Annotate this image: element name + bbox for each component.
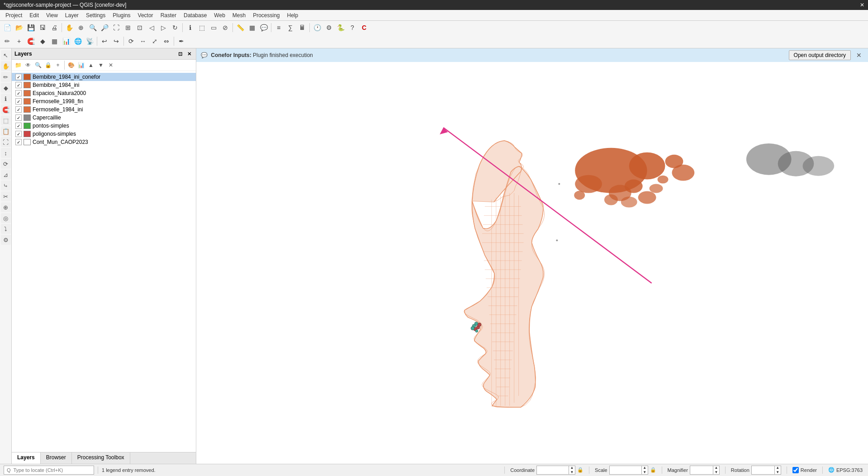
open-attr-btn[interactable]: ≡ [273,22,284,33]
pan-btn[interactable]: ✋ [64,22,75,33]
add-layer-btn[interactable]: + [14,36,24,47]
menu-item-web[interactable]: Web [210,11,228,19]
bottom-tab-layers[interactable]: Layers [12,452,41,464]
layer-checkbox-l7[interactable]: ✓ [15,123,22,129]
coord-up-arrow[interactable]: ▲ [569,466,575,470]
mag-up-arrow[interactable]: ▲ [713,466,719,470]
add-wfs-btn[interactable]: 📡 [84,36,95,47]
scale-value[interactable]: 1:3887924 [610,466,641,474]
layer-item-l9[interactable]: ✓Cont_Mun_CAOP2023 [12,138,196,146]
bottom-tab-browser[interactable]: Browser [41,452,72,464]
coordinate-value[interactable]: 430340 481118 [537,466,569,474]
node-btn[interactable]: ◆ [37,36,48,47]
scale-btn[interactable]: ⤢ [149,36,160,47]
layer-checkbox-l4[interactable]: ✓ [15,98,22,105]
epsg-value[interactable]: EPSG:3763 [836,467,863,473]
measure-area-btn[interactable]: ▦ [247,22,257,33]
form-btn[interactable]: 📋 [1,126,11,136]
zoom-out-btn[interactable]: 🔎 [99,22,110,33]
zoom-last-btn[interactable]: ◁ [146,22,157,33]
menu-item-vector[interactable]: Vector [134,11,157,19]
map-canvas[interactable] [196,62,868,464]
python-btn[interactable]: 🐍 [335,22,346,33]
add-visibility-btn[interactable]: + [53,61,62,70]
scale-up-arrow[interactable]: ▲ [641,466,648,470]
coord-down-arrow[interactable]: ▼ [569,470,575,475]
layer-checkbox-l2[interactable]: ✓ [15,82,22,88]
layer-item-l3[interactable]: ✓Espacios_Natura2000 [12,89,196,97]
pan-map-btn[interactable]: ✋ [1,61,11,71]
measure-btn[interactable]: 📏 [235,22,246,33]
close-notification-button[interactable]: ✕ [854,51,863,60]
snap-features-btn[interactable]: 🧲 [1,105,11,114]
rotate-label-btn[interactable]: ⟳ [1,159,11,169]
layer-item-l6[interactable]: ✓Capercaillie [12,114,196,122]
edit-node-btn[interactable]: ◆ [1,83,11,93]
zoom-in-btn[interactable]: 🔍 [87,22,98,33]
new-project-btn[interactable]: 📄 [2,22,13,33]
move-down-btn[interactable]: ▼ [96,61,105,70]
mag-down-arrow[interactable]: ▼ [713,470,719,475]
zoom-layer-btn[interactable]: ⊞ [123,22,133,33]
rotate-btn[interactable]: ⟳ [126,36,137,47]
zoom-selection-btn[interactable]: ⛶ [1,137,11,147]
stat-summary-btn[interactable]: ∑ [285,22,296,33]
pan-to-btn[interactable]: ⊕ [76,22,86,33]
snap-btn[interactable]: 🧲 [25,36,36,47]
menu-item-mesh[interactable]: Mesh [229,11,249,19]
undo-btn[interactable]: ↩ [99,36,110,47]
rot-down-arrow[interactable]: ▼ [774,470,781,475]
offset-curve-btn[interactable]: ⤷ [1,181,11,190]
menu-item-settings[interactable]: Settings [82,11,109,19]
menu-item-database[interactable]: Database [180,11,210,19]
zoom-sel-btn[interactable]: ⊡ [134,22,145,33]
zoom-next-btn[interactable]: ▷ [158,22,169,33]
identify-feature-btn[interactable]: ℹ [1,94,11,104]
plugins-btn[interactable]: ⚙ [323,22,334,33]
digitize-btn[interactable]: ✏ [2,36,13,47]
epsg-seg[interactable]: 🌐 EPSG:3763 [826,467,864,473]
scale-spinbox[interactable]: 1:3887924 ▲ ▼ [609,466,648,475]
split-btn[interactable]: ✂ [1,191,11,201]
remove-layer-btn[interactable]: ✕ [106,61,115,70]
menu-item-processing[interactable]: Processing [249,11,283,19]
map-area[interactable]: 💬 Conefor Inputs: Plugin finished execut… [196,48,868,464]
menu-item-help[interactable]: Help [284,11,302,19]
add-wms-btn[interactable]: 🌐 [72,36,83,47]
magnifier-value[interactable]: 100% [690,466,713,474]
print-btn[interactable]: 🖨 [49,22,60,33]
coordinate-spinbox[interactable]: 430340 481118 ▲ ▼ [536,466,575,475]
render-checkbox[interactable] [792,467,799,473]
menu-item-raster[interactable]: Raster [157,11,180,19]
redo-btn[interactable]: ↪ [111,36,122,47]
layer-item-l2[interactable]: ✓Bembibre_1984_ini [12,81,196,89]
open-project-btn[interactable]: 📂 [14,22,24,33]
layer-checkbox-l5[interactable]: ✓ [15,106,22,113]
layer-checkbox-l6[interactable]: ✓ [15,114,22,121]
add-csv-btn[interactable]: 📊 [61,36,71,47]
enable-props-btn[interactable]: 🔒 [43,61,52,70]
reshape-btn[interactable]: ⤵ [1,224,11,234]
menu-item-view[interactable]: View [43,11,62,19]
layer-item-l4[interactable]: ✓Fermoselle_1998_fin [12,97,196,105]
menu-item-edit[interactable]: Edit [26,11,43,19]
layers-options-btn[interactable]: ⊡ [176,50,184,58]
rubber-band-btn[interactable]: ⬚ [1,115,11,125]
layer-props-btn[interactable]: 📊 [76,61,85,70]
layer-checkbox-l1[interactable]: ✓ [15,74,22,80]
identify-btn[interactable]: ℹ [185,22,195,33]
calc-btn[interactable]: 🖩 [297,22,308,33]
save-as-btn[interactable]: 🖫 [37,22,48,33]
zoom-full-btn[interactable]: ⛶ [111,22,122,33]
menu-item-layer[interactable]: Layer [62,11,82,19]
fill-ring-btn[interactable]: ◎ [1,213,11,223]
filter-layer-btn[interactable]: 🔍 [33,61,43,70]
help-btn[interactable]: ? [347,22,358,33]
render-seg[interactable]: Render [791,467,819,473]
add-group-btn[interactable]: 📁 [14,61,23,70]
advanced-tools-btn[interactable]: ⚙ [1,235,11,245]
bottom-tab-processing-toolbox[interactable]: Processing Toolbox [72,452,130,464]
change-value-btn[interactable]: ⊿ [1,170,11,180]
layer-item-l7[interactable]: ✓pontos-simples [12,122,196,130]
select-feature-btn[interactable]: ↖ [1,50,11,60]
